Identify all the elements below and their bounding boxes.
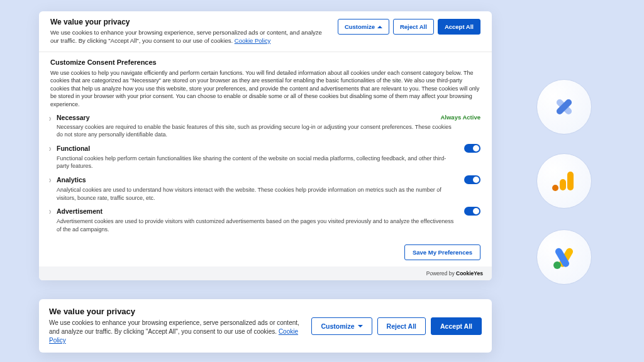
chevron-right-icon[interactable]: › <box>49 207 51 216</box>
category-advertisement-desc: Advertisement cookies are used to provid… <box>57 217 480 233</box>
category-functional-name[interactable]: Functional <box>57 145 90 152</box>
svg-point-7 <box>553 261 561 269</box>
category-analytics: › Analytics Analytical cookies are used … <box>50 175 480 202</box>
category-necessary-desc: Necessary cookies are required to enable… <box>57 123 480 139</box>
consent-bar-desc-text: We use cookies to enhance your browsing … <box>49 319 299 335</box>
brand-bubble-ga <box>536 153 592 209</box>
customize-button[interactable]: Customize <box>338 19 389 35</box>
consent-header: We value your privacy We use cookies to … <box>39 11 492 52</box>
save-row: Save My Preferences <box>39 242 492 266</box>
save-preferences-button[interactable]: Save My Preferences <box>404 244 480 260</box>
customize-button-bar[interactable]: Customize <box>311 317 372 335</box>
consent-title: We value your privacy <box>50 18 329 26</box>
consent-header-text: We value your privacy We use cookies to … <box>50 18 329 45</box>
chevron-right-icon[interactable]: › <box>49 113 51 123</box>
category-functional-desc: Functional cookies help perform certain … <box>57 155 480 170</box>
customize-description: We use cookies to help you navigate effi… <box>50 69 480 109</box>
customize-bar-label: Customize <box>321 322 354 330</box>
google-ads-icon <box>547 240 581 274</box>
cookie-policy-link[interactable]: Cookie Policy <box>235 37 271 44</box>
accept-all-button-bar[interactable]: Accept All <box>431 317 482 335</box>
category-analytics-name[interactable]: Analytics <box>57 176 86 184</box>
category-advertisement: › Advertisement Advertisement cookies ar… <box>50 207 480 233</box>
consent-bar-title: We value your privacy <box>49 307 303 316</box>
google-analytics-icon <box>548 165 580 197</box>
category-functional: › Functional Functional cookies help per… <box>50 144 480 170</box>
category-analytics-desc: Analytical cookies are used to understan… <box>57 186 480 202</box>
category-necessary-head: Necessary Always Active <box>57 114 480 121</box>
consent-desc-text: We use cookies to enhance your browsing … <box>50 29 322 44</box>
google-tag-manager-icon <box>548 91 580 123</box>
functional-toggle[interactable] <box>464 144 480 153</box>
powered-by: Powered by CookieYes <box>39 266 492 280</box>
category-functional-head: Functional <box>57 144 480 153</box>
powered-brand: CookieYes <box>456 270 483 277</box>
category-analytics-head: Analytics <box>57 175 480 184</box>
consent-bar-buttons: Customize Reject All Accept All <box>311 317 482 335</box>
category-necessary-name[interactable]: Necessary <box>57 114 90 121</box>
powered-prefix: Powered by <box>426 270 456 277</box>
svg-rect-3 <box>560 179 566 190</box>
customize-title: Customize Consent Preferences <box>50 58 480 66</box>
brand-bubble-gtm <box>536 79 592 134</box>
chevron-right-icon[interactable]: › <box>49 175 51 185</box>
reject-all-button[interactable]: Reject All <box>393 19 434 35</box>
chevron-right-icon[interactable]: › <box>49 144 51 153</box>
customize-label: Customize <box>345 23 375 30</box>
svg-rect-2 <box>567 172 574 190</box>
consent-description: We use cookies to enhance your browsing … <box>50 29 329 45</box>
reject-all-button-bar[interactable]: Reject All <box>377 317 426 335</box>
consent-bar-description: We use cookies to enhance your browsing … <box>49 319 303 345</box>
category-advertisement-toggle-wrap <box>464 207 480 216</box>
consent-bar-text: We value your privacy We use cookies to … <box>49 307 303 345</box>
always-active-badge: Always Active <box>440 114 480 121</box>
category-functional-toggle-wrap <box>464 144 480 153</box>
category-advertisement-head: Advertisement <box>57 207 480 216</box>
consent-panel-expanded: We value your privacy We use cookies to … <box>39 11 492 280</box>
consent-header-buttons: Customize Reject All Accept All <box>338 19 480 35</box>
accept-all-button[interactable]: Accept All <box>438 19 480 35</box>
advertisement-toggle[interactable] <box>464 207 480 216</box>
analytics-toggle[interactable] <box>464 175 480 184</box>
chevron-up-icon <box>377 26 382 28</box>
svg-point-4 <box>552 185 558 191</box>
customize-body: Customize Consent Preferences We use coo… <box>39 52 492 243</box>
category-necessary: › Necessary Always Active Necessary cook… <box>50 114 480 139</box>
chevron-down-icon <box>358 325 363 327</box>
category-advertisement-name[interactable]: Advertisement <box>57 207 103 215</box>
consent-bar-collapsed: We value your privacy We use cookies to … <box>39 299 492 353</box>
brand-bubble-gads <box>536 229 592 285</box>
category-analytics-toggle-wrap <box>464 175 480 184</box>
